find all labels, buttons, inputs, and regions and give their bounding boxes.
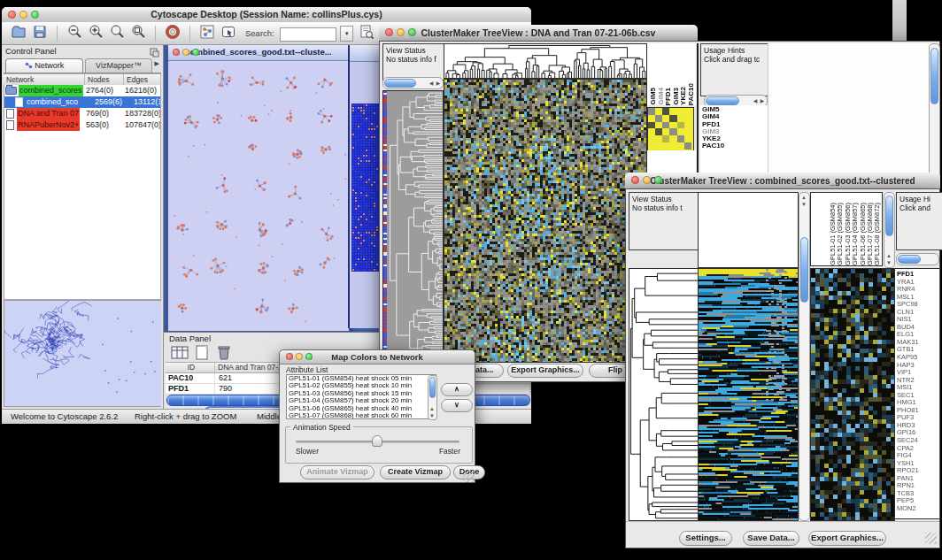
zoom-h-scrollbar[interactable]: [896, 253, 939, 265]
save-icon[interactable]: [32, 24, 48, 43]
attribute-table-icon[interactable]: [171, 345, 190, 364]
zoom-heatmap-matrix[interactable]: [647, 107, 694, 151]
gene-label[interactable]: MON2: [897, 505, 939, 513]
zoom-heatmap[interactable]: [810, 268, 895, 521]
zoom-in-icon[interactable]: [88, 24, 104, 43]
minimize-icon[interactable]: [296, 353, 303, 360]
attribute-list-item[interactable]: GPL51-07 (GSM868) heat shock 60 min: [287, 412, 436, 419]
gene-label[interactable]: HRD3: [897, 422, 939, 430]
gene-label[interactable]: RNR4: [897, 286, 939, 294]
matrix-cell[interactable]: [648, 115, 655, 122]
gene-label[interactable]: KAP95: [897, 354, 939, 362]
move-down-button[interactable]: ∨: [441, 399, 473, 412]
close-icon[interactable]: [631, 176, 639, 184]
matrix-cell[interactable]: [677, 115, 684, 122]
annotation-icon[interactable]: [359, 24, 374, 43]
create-vizmap-button[interactable]: Create Vizmap: [380, 465, 451, 479]
gene-label[interactable]: NIS1: [897, 316, 939, 324]
matrix-cell[interactable]: [648, 135, 655, 142]
matrix-cell[interactable]: [684, 128, 691, 135]
gene-label[interactable]: ELG1: [897, 331, 939, 339]
speed-slider-thumb[interactable]: [372, 435, 382, 447]
matrix-cell[interactable]: [655, 108, 662, 115]
gene-label[interactable]: YSH1: [897, 460, 939, 468]
attribute-list[interactable]: GPL51-01 (GSM854) heat shock 05 minGPL51…: [286, 374, 436, 419]
matrix-cell[interactable]: [684, 115, 691, 122]
network-overview-panel[interactable]: [4, 300, 161, 407]
close-icon[interactable]: [8, 11, 16, 19]
matrix-cell[interactable]: [648, 128, 655, 135]
matrix-cell[interactable]: [648, 108, 655, 115]
close-icon[interactable]: [173, 49, 180, 56]
move-up-button[interactable]: ∧: [441, 383, 473, 396]
resize-grip[interactable]: [925, 533, 937, 544]
row-dendrogram[interactable]: [629, 268, 699, 521]
window-controls[interactable]: [8, 11, 39, 19]
matrix-cell[interactable]: [655, 135, 662, 142]
gene-label[interactable]: YRA1: [897, 279, 939, 287]
zoom-out-icon[interactable]: [66, 24, 82, 43]
zoom-selected-icon[interactable]: [130, 24, 146, 43]
resize-grip[interactable]: [463, 471, 475, 482]
gene-label[interactable]: RPO21: [897, 467, 939, 475]
gene-label[interactable]: PEP5: [897, 497, 939, 505]
close-icon[interactable]: [286, 353, 293, 360]
settings-button[interactable]: Settings...: [679, 531, 732, 546]
zoom-icon[interactable]: [305, 353, 313, 360]
open-file-icon[interactable]: [11, 24, 27, 43]
gene-label[interactable]: NTR2: [897, 377, 939, 385]
vizmapper-icon[interactable]: [220, 24, 236, 43]
dialog-titlebar[interactable]: Map Colors to Network: [280, 350, 475, 364]
matrix-cell[interactable]: [684, 135, 691, 142]
gene-label[interactable]: VIP1: [897, 369, 939, 377]
matrix-cell[interactable]: [669, 142, 676, 150]
gene-label[interactable]: HMG1: [897, 399, 939, 407]
gene-label[interactable]: PAN1: [897, 475, 939, 483]
matrix-cell[interactable]: [684, 108, 691, 115]
gene-label[interactable]: TCB3: [897, 490, 939, 498]
save-data-button[interactable]: Save Data...: [743, 531, 799, 546]
gene-label[interactable]: GPI16: [897, 429, 939, 437]
matrix-cell[interactable]: [677, 142, 684, 150]
network-row[interactable]: DNA and Tran 07769(0)183728(0): [4, 108, 160, 119]
export-graphics-button[interactable]: Export Graphics...: [507, 364, 583, 378]
zoom-v-scrollbar[interactable]: ▲▼: [884, 192, 895, 268]
h-scrollbar[interactable]: ◀▶: [382, 77, 444, 89]
zoom-fit-icon[interactable]: [109, 24, 125, 43]
network-import-icon[interactable]: [199, 24, 215, 43]
gene-label[interactable]: SPC98: [897, 301, 939, 309]
network-frame-titlebar[interactable]: combined_scores_good.txt--cluste...: [168, 45, 349, 61]
gene-label[interactable]: SEC24: [897, 437, 939, 445]
gene-label[interactable]: PUF3: [897, 414, 939, 422]
help-icon[interactable]: [165, 24, 181, 43]
matrix-cell[interactable]: [662, 115, 669, 122]
matrix-cell[interactable]: [662, 142, 669, 150]
matrix-cell[interactable]: [669, 135, 676, 142]
zoom-icon[interactable]: [654, 176, 662, 184]
minimize-icon[interactable]: [643, 176, 651, 184]
matrix-cell[interactable]: [655, 122, 662, 129]
network-overview-canvas[interactable]: [4, 301, 161, 406]
matrix-cell[interactable]: [669, 122, 676, 129]
animate-vizmap-button[interactable]: Animate Vizmap: [300, 465, 374, 479]
tab-overflow-arrow-icon[interactable]: ▶: [155, 60, 159, 67]
zoom-icon[interactable]: [192, 49, 199, 56]
matrix-cell[interactable]: [669, 128, 676, 135]
matrix-cell[interactable]: [655, 128, 662, 135]
minimize-icon[interactable]: [397, 28, 405, 36]
matrix-cell[interactable]: [677, 108, 684, 115]
dense-network-canvas[interactable]: [351, 104, 381, 272]
treeview1-titlebar[interactable]: ClusterMaker TreeView : DNA and Tran 07-…: [379, 25, 698, 42]
gene-label[interactable]: FIG4: [897, 452, 939, 460]
matrix-cell[interactable]: [655, 142, 662, 150]
tab-network[interactable]: Network: [5, 58, 83, 73]
network-row[interactable]: RNAPuberNov2+563(0)107847(0): [4, 119, 160, 131]
zoom-icon[interactable]: [408, 28, 416, 36]
gene-label[interactable]: BUD4: [897, 324, 939, 332]
gene-label[interactable]: SEC1: [897, 392, 939, 400]
matrix-cell[interactable]: [669, 115, 676, 122]
delete-attribute-icon[interactable]: [215, 345, 233, 364]
attribute-list-item[interactable]: GPL51-04 (GSM857) heat shock 20 min: [287, 397, 436, 404]
gene-label[interactable]: PAC10: [702, 142, 768, 150]
column-dendrogram-panel[interactable]: [698, 192, 799, 268]
